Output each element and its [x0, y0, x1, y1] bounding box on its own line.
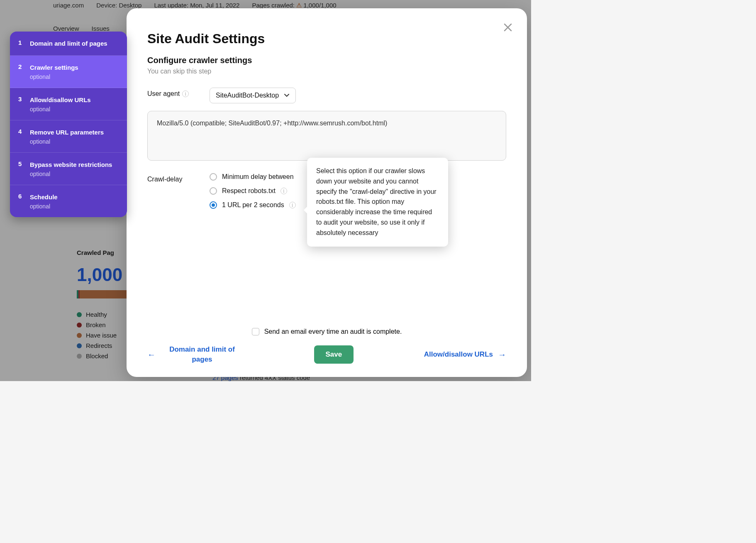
email-checkbox[interactable]: [252, 328, 259, 335]
modal-subtitle: Configure crawler settings: [147, 56, 506, 65]
prev-step-link[interactable]: ← Domain and limit of pages: [147, 345, 244, 364]
radio-icon: [210, 187, 217, 195]
radio-icon: [210, 173, 217, 181]
info-icon[interactable]: i: [280, 188, 287, 194]
step-remove-url-parameters[interactable]: 4 Remove URL parameters optional: [10, 120, 127, 153]
step-crawler-settings[interactable]: 2 Crawler settings optional: [10, 56, 127, 88]
email-label: Send an email every time an audit is com…: [264, 328, 402, 335]
user-agent-string-box: Mozilla/5.0 (compatible; SiteAuditBot/0.…: [147, 111, 506, 161]
user-agent-label: User agent i: [147, 88, 210, 98]
info-icon[interactable]: i: [182, 90, 189, 97]
next-step-link[interactable]: Allow/disallow URLs →: [424, 350, 506, 360]
arrow-left-icon: ←: [147, 350, 156, 360]
modal-title: Site Audit Settings: [147, 31, 506, 46]
radio-icon: [210, 201, 217, 209]
steps-sidebar: 1 Domain and limit of pages 2 Crawler se…: [10, 32, 127, 217]
arrow-right-icon: →: [498, 350, 506, 360]
step-allow-disallow-urls[interactable]: 3 Allow/disallow URLs optional: [10, 88, 127, 120]
close-button[interactable]: [503, 23, 512, 34]
crawl-delay-label: Crawl-delay: [147, 173, 210, 183]
save-button[interactable]: Save: [314, 345, 354, 364]
skip-hint: You can skip this step: [147, 68, 506, 75]
close-icon: [503, 23, 512, 32]
chevron-down-icon: [284, 92, 290, 99]
step-bypass-restrictions[interactable]: 5 Bypass website restrictions optional: [10, 153, 127, 185]
crawl-delay-tooltip: Select this option if our crawler slows …: [307, 158, 448, 247]
user-agent-select[interactable]: SiteAuditBot-Desktop: [210, 88, 296, 103]
step-domain-limit[interactable]: 1 Domain and limit of pages: [10, 32, 127, 56]
info-icon[interactable]: i: [289, 202, 296, 208]
step-schedule[interactable]: 6 Schedule optional: [10, 185, 127, 217]
